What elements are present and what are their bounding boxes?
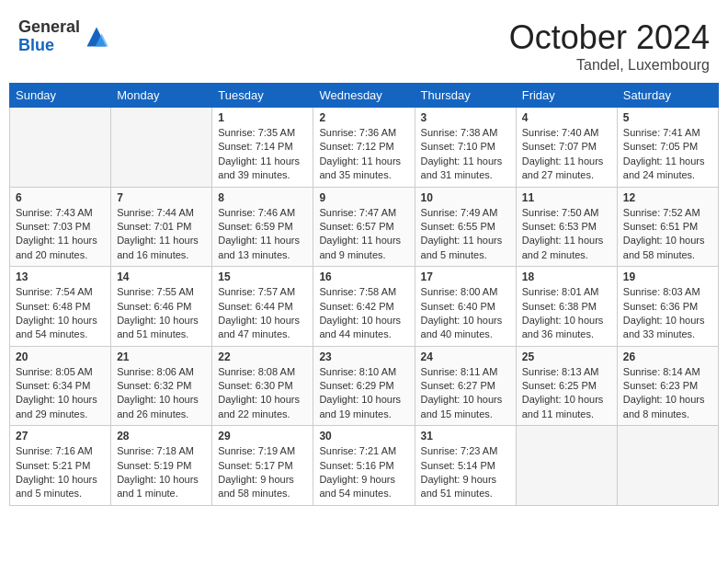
day-info: Sunrise: 8:13 AM Sunset: 6:25 PM Dayligh…	[522, 365, 611, 422]
weekday-header-row: SundayMondayTuesdayWednesdayThursdayFrid…	[10, 84, 719, 108]
day-number: 27	[16, 430, 105, 442]
day-number: 14	[117, 270, 206, 283]
calendar-cell: 3Sunrise: 7:38 AM Sunset: 7:10 PM Daylig…	[415, 108, 516, 188]
calendar-cell: 13Sunrise: 7:54 AM Sunset: 6:48 PM Dayli…	[10, 267, 111, 347]
day-info: Sunrise: 7:36 AM Sunset: 7:12 PM Dayligh…	[319, 126, 408, 183]
calendar-cell: 19Sunrise: 8:03 AM Sunset: 6:36 PM Dayli…	[617, 267, 718, 347]
day-info: Sunrise: 7:52 AM Sunset: 6:51 PM Dayligh…	[623, 206, 712, 263]
calendar-cell: 8Sunrise: 7:46 AM Sunset: 6:59 PM Daylig…	[212, 187, 313, 267]
calendar-cell: 28Sunrise: 7:18 AM Sunset: 5:19 PM Dayli…	[111, 426, 212, 506]
calendar-cell: 10Sunrise: 7:49 AM Sunset: 6:55 PM Dayli…	[415, 187, 516, 267]
weekday-header: Wednesday	[313, 84, 415, 108]
calendar-cell: 30Sunrise: 7:21 AM Sunset: 5:16 PM Dayli…	[313, 426, 415, 506]
weekday-header: Sunday	[10, 84, 111, 108]
day-number: 19	[623, 270, 712, 283]
calendar-cell: 20Sunrise: 8:05 AM Sunset: 6:34 PM Dayli…	[10, 346, 111, 426]
weekday-header: Tuesday	[212, 84, 313, 108]
calendar-cell: 15Sunrise: 7:57 AM Sunset: 6:44 PM Dayli…	[212, 267, 313, 347]
location: Tandel, Luxembourg	[509, 57, 710, 74]
calendar-cell: 7Sunrise: 7:44 AM Sunset: 7:01 PM Daylig…	[111, 187, 212, 267]
calendar-cell: 12Sunrise: 7:52 AM Sunset: 6:51 PM Dayli…	[617, 187, 718, 267]
day-number: 23	[319, 350, 408, 363]
calendar-cell: 9Sunrise: 7:47 AM Sunset: 6:57 PM Daylig…	[313, 187, 415, 267]
day-info: Sunrise: 7:55 AM Sunset: 6:46 PM Dayligh…	[117, 285, 206, 342]
day-info: Sunrise: 8:11 AM Sunset: 6:27 PM Dayligh…	[421, 365, 510, 422]
logo-icon	[84, 24, 109, 50]
calendar-cell: 18Sunrise: 8:01 AM Sunset: 6:38 PM Dayli…	[516, 267, 617, 347]
day-number: 2	[319, 111, 408, 124]
title-block: October 2024 Tandel, Luxembourg	[509, 18, 710, 74]
day-info: Sunrise: 7:50 AM Sunset: 6:53 PM Dayligh…	[522, 206, 611, 263]
calendar-cell: 14Sunrise: 7:55 AM Sunset: 6:46 PM Dayli…	[111, 267, 212, 347]
day-info: Sunrise: 7:23 AM Sunset: 5:14 PM Dayligh…	[421, 444, 510, 501]
calendar-week-row: 27Sunrise: 7:16 AM Sunset: 5:21 PM Dayli…	[10, 426, 719, 506]
day-info: Sunrise: 8:00 AM Sunset: 6:40 PM Dayligh…	[421, 285, 510, 342]
day-info: Sunrise: 8:10 AM Sunset: 6:29 PM Dayligh…	[319, 365, 408, 422]
calendar-cell: 1Sunrise: 7:35 AM Sunset: 7:14 PM Daylig…	[212, 108, 313, 188]
logo: General Blue	[18, 18, 109, 55]
weekday-header: Friday	[516, 84, 617, 108]
calendar-cell: 6Sunrise: 7:43 AM Sunset: 7:03 PM Daylig…	[10, 187, 111, 267]
day-info: Sunrise: 7:44 AM Sunset: 7:01 PM Dayligh…	[117, 206, 206, 263]
day-info: Sunrise: 7:46 AM Sunset: 6:59 PM Dayligh…	[218, 206, 307, 263]
calendar-cell: 27Sunrise: 7:16 AM Sunset: 5:21 PM Dayli…	[10, 426, 111, 506]
day-number: 18	[522, 270, 611, 283]
calendar-cell: 2Sunrise: 7:36 AM Sunset: 7:12 PM Daylig…	[313, 108, 415, 188]
day-number: 3	[421, 111, 510, 124]
calendar-week-row: 6Sunrise: 7:43 AM Sunset: 7:03 PM Daylig…	[10, 187, 719, 267]
day-number: 1	[218, 111, 307, 124]
day-info: Sunrise: 7:49 AM Sunset: 6:55 PM Dayligh…	[421, 206, 510, 263]
day-info: Sunrise: 8:01 AM Sunset: 6:38 PM Dayligh…	[522, 285, 611, 342]
day-info: Sunrise: 8:06 AM Sunset: 6:32 PM Dayligh…	[117, 365, 206, 422]
day-number: 25	[522, 350, 611, 363]
calendar-cell: 16Sunrise: 7:58 AM Sunset: 6:42 PM Dayli…	[313, 267, 415, 347]
day-number: 10	[421, 191, 510, 204]
calendar-cell: 11Sunrise: 7:50 AM Sunset: 6:53 PM Dayli…	[516, 187, 617, 267]
day-number: 30	[319, 430, 408, 442]
day-number: 7	[117, 191, 206, 204]
day-info: Sunrise: 8:08 AM Sunset: 6:30 PM Dayligh…	[218, 365, 307, 422]
day-info: Sunrise: 7:16 AM Sunset: 5:21 PM Dayligh…	[16, 444, 105, 501]
day-info: Sunrise: 7:58 AM Sunset: 6:42 PM Dayligh…	[319, 285, 408, 342]
day-info: Sunrise: 7:38 AM Sunset: 7:10 PM Dayligh…	[421, 126, 510, 183]
day-number: 12	[623, 191, 712, 204]
weekday-header: Saturday	[617, 84, 718, 108]
day-number: 31	[421, 430, 510, 442]
day-number: 22	[218, 350, 307, 363]
calendar-week-row: 13Sunrise: 7:54 AM Sunset: 6:48 PM Dayli…	[10, 267, 719, 347]
calendar-cell: 22Sunrise: 8:08 AM Sunset: 6:30 PM Dayli…	[212, 346, 313, 426]
day-info: Sunrise: 7:18 AM Sunset: 5:19 PM Dayligh…	[117, 444, 206, 501]
day-number: 11	[522, 191, 611, 204]
calendar-cell: 26Sunrise: 8:14 AM Sunset: 6:23 PM Dayli…	[617, 346, 718, 426]
weekday-header: Thursday	[415, 84, 516, 108]
calendar-cell: 23Sunrise: 8:10 AM Sunset: 6:29 PM Dayli…	[313, 346, 415, 426]
logo-general: General	[18, 18, 80, 37]
day-info: Sunrise: 7:21 AM Sunset: 5:16 PM Dayligh…	[319, 444, 408, 501]
calendar-cell: 24Sunrise: 8:11 AM Sunset: 6:27 PM Dayli…	[415, 346, 516, 426]
day-info: Sunrise: 7:43 AM Sunset: 7:03 PM Dayligh…	[16, 206, 105, 263]
day-info: Sunrise: 7:19 AM Sunset: 5:17 PM Dayligh…	[218, 444, 307, 501]
calendar-cell: 4Sunrise: 7:40 AM Sunset: 7:07 PM Daylig…	[516, 108, 617, 188]
day-number: 24	[421, 350, 510, 363]
day-info: Sunrise: 7:47 AM Sunset: 6:57 PM Dayligh…	[319, 206, 408, 263]
day-number: 20	[16, 350, 105, 363]
calendar-cell: 25Sunrise: 8:13 AM Sunset: 6:25 PM Dayli…	[516, 346, 617, 426]
page-header: General Blue October 2024 Tandel, Luxemb…	[9, 9, 719, 78]
day-number: 4	[522, 111, 611, 124]
day-info: Sunrise: 8:05 AM Sunset: 6:34 PM Dayligh…	[16, 365, 105, 422]
day-number: 26	[623, 350, 712, 363]
day-info: Sunrise: 7:40 AM Sunset: 7:07 PM Dayligh…	[522, 126, 611, 183]
logo-blue: Blue	[18, 37, 80, 55]
calendar-cell	[617, 426, 718, 506]
day-number: 15	[218, 270, 307, 283]
day-info: Sunrise: 7:54 AM Sunset: 6:48 PM Dayligh…	[16, 285, 105, 342]
day-info: Sunrise: 7:41 AM Sunset: 7:05 PM Dayligh…	[623, 126, 712, 183]
day-info: Sunrise: 7:35 AM Sunset: 7:14 PM Dayligh…	[218, 126, 307, 183]
day-number: 5	[623, 111, 712, 124]
calendar-cell	[516, 426, 617, 506]
calendar-cell	[111, 108, 212, 188]
calendar-week-row: 1Sunrise: 7:35 AM Sunset: 7:14 PM Daylig…	[10, 108, 719, 188]
day-number: 28	[117, 430, 206, 442]
calendar-cell: 17Sunrise: 8:00 AM Sunset: 6:40 PM Dayli…	[415, 267, 516, 347]
day-number: 21	[117, 350, 206, 363]
